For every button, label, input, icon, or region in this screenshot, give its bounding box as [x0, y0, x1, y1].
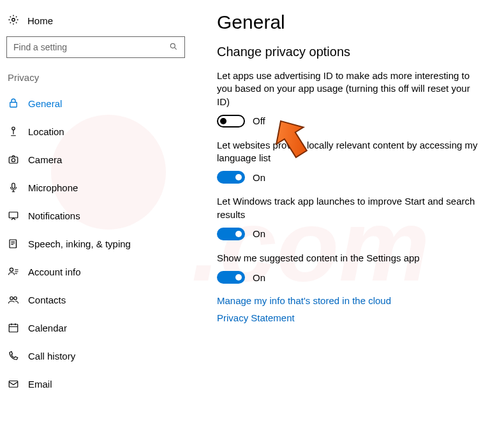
camera-icon: [8, 154, 19, 165]
sidebar-item-camera[interactable]: Camera: [6, 145, 185, 173]
toggle-state-label: On: [253, 172, 265, 183]
sidebar-item-label: Camera: [28, 154, 62, 165]
mic-icon: [8, 182, 19, 193]
subheading: Change privacy options: [217, 45, 485, 59]
toggle-advertising-id[interactable]: [217, 115, 245, 128]
search-icon: [169, 42, 178, 53]
sidebar-item-calendar[interactable]: Calendar: [6, 314, 185, 342]
svg-point-12: [10, 297, 13, 300]
toggle-state-label: On: [253, 228, 265, 239]
toggle-state-label: On: [253, 272, 265, 283]
toggle-language-list[interactable]: [217, 171, 245, 184]
sidebar-item-speech[interactable]: Speech, inking, & typing: [6, 230, 185, 258]
sidebar-item-general[interactable]: General: [6, 89, 185, 117]
phone-icon: [8, 350, 19, 361]
setting-language-list: Let websites provide locally relevant co…: [217, 139, 485, 184]
toggle-track-launches[interactable]: [217, 228, 245, 240]
search-input[interactable]: Find a setting: [6, 36, 185, 58]
sidebar-item-label: Microphone: [28, 182, 78, 193]
toggle-state-label: Off: [253, 115, 265, 126]
setting-advertising-id: Let apps use advertising ID to make ads …: [217, 69, 485, 128]
sidebar-item-account[interactable]: Account info: [6, 258, 185, 286]
setting-track-launches: Let Windows track app launches to improv…: [217, 195, 485, 240]
contacts-icon: [8, 294, 19, 305]
svg-rect-4: [10, 103, 17, 108]
home-label: Home: [27, 15, 53, 26]
sidebar-item-call-history[interactable]: Call history: [6, 342, 185, 370]
speech-icon: [8, 238, 19, 249]
sidebar-item-label: General: [28, 98, 62, 109]
toggle-suggested-content[interactable]: [217, 271, 245, 284]
setting-desc: Let websites provide locally relevant co…: [217, 139, 485, 165]
setting-desc: Let apps use advertising ID to make ads …: [217, 69, 485, 108]
link-privacy-statement[interactable]: Privacy Statement: [217, 312, 485, 323]
svg-rect-15: [9, 381, 18, 388]
sidebar-item-label: Call history: [28, 351, 75, 361]
section-title: Privacy: [6, 72, 185, 89]
sidebar-item-location[interactable]: Location: [6, 117, 185, 145]
sidebar-item-email[interactable]: Email: [6, 370, 185, 398]
svg-rect-14: [9, 325, 18, 332]
notif-icon: [8, 210, 19, 221]
setting-desc: Let Windows track app launches to improv…: [217, 195, 485, 221]
calendar-icon: [8, 322, 19, 333]
svg-rect-6: [9, 157, 18, 163]
svg-rect-10: [10, 240, 17, 248]
lock-icon: [8, 98, 19, 109]
setting-suggested-content: Show me suggested content in the Setting…: [217, 252, 485, 284]
sidebar-item-label: Calendar: [28, 323, 67, 333]
sidebar-item-label: Speech, inking, & typing: [28, 238, 131, 249]
link-manage-cloud-info[interactable]: Manage my info that's stored in the clou…: [217, 295, 485, 306]
sidebar-item-label: Email: [28, 379, 52, 390]
svg-rect-9: [9, 212, 18, 218]
sidebar-item-label: Notifications: [28, 210, 80, 221]
location-icon: [8, 126, 19, 137]
svg-point-2: [12, 18, 15, 22]
home-button[interactable]: Home: [6, 11, 185, 36]
svg-point-7: [11, 159, 15, 162]
search-placeholder: Find a setting: [13, 42, 67, 52]
svg-point-3: [170, 43, 175, 48]
setting-desc: Show me suggested content in the Setting…: [217, 252, 485, 265]
svg-rect-8: [12, 183, 15, 188]
gear-icon: [8, 14, 19, 27]
sidebar-item-label: Location: [28, 126, 64, 137]
email-icon: [8, 378, 19, 390]
page-title: General: [217, 11, 485, 33]
sidebar-item-microphone[interactable]: Microphone: [6, 173, 185, 201]
svg-point-5: [12, 127, 15, 130]
sidebar-item-label: Account info: [28, 266, 81, 277]
sidebar-item-notifications[interactable]: Notifications: [6, 201, 185, 230]
svg-point-13: [14, 297, 17, 300]
sidebar-item-contacts[interactable]: Contacts: [6, 286, 185, 314]
sidebar-item-label: Contacts: [28, 295, 66, 305]
account-icon: [8, 266, 19, 277]
svg-point-11: [10, 268, 13, 271]
